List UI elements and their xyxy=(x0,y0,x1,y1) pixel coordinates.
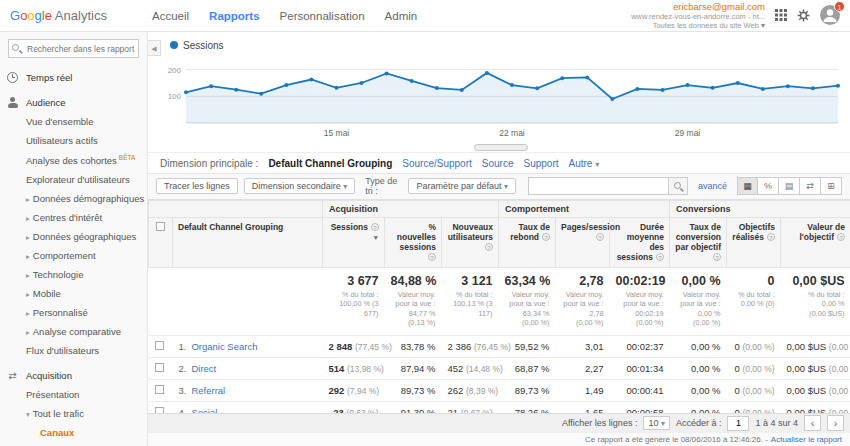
sidebar-item-analyse-des-cohortes[interactable]: Analyse des cohortesBÊTA xyxy=(0,150,147,170)
rows-per-page-select[interactable]: 10 ▾ xyxy=(643,416,670,430)
search-icon xyxy=(12,44,19,51)
nav-rapports[interactable]: Rapports xyxy=(209,10,259,22)
dimension-label: Dimension principale : xyxy=(160,158,258,169)
google-analytics-logo[interactable]: Google Analytics xyxy=(0,8,148,23)
nav-admin[interactable]: Admin xyxy=(385,10,418,22)
sidebar-item-tout-le-trafic[interactable]: ▾Tout le trafic xyxy=(0,404,147,423)
sidebar-item-flux-d-utilisateurs[interactable]: Flux d'utilisateurs xyxy=(0,341,147,360)
avatar[interactable]: 1 xyxy=(820,5,840,25)
main-nav: Accueil Rapports Personnalisation Admin xyxy=(152,10,417,22)
sidebar-item-utilisateurs-actifs[interactable]: Utilisateurs actifs xyxy=(0,131,147,150)
metric-cell: 0,00 % xyxy=(670,357,727,379)
help-icon: ? xyxy=(837,233,845,241)
table-search-button[interactable] xyxy=(668,177,688,195)
row-index: 1. xyxy=(179,341,187,352)
comparison-view-button[interactable]: ⇄ xyxy=(800,177,821,195)
column-header-new-sessions-pct[interactable]: % nouvelles sessions? xyxy=(385,217,442,267)
next-page-button[interactable]: › xyxy=(827,415,844,431)
percentage-view-button[interactable]: % xyxy=(758,177,779,195)
sidebar-item-acquisition[interactable]: ⇄Acquisition xyxy=(0,366,147,385)
sidebar-item-personnalis-[interactable]: ▸Personnalisé xyxy=(0,303,147,322)
column-header-goal-value[interactable]: Valeur de l'objectif? xyxy=(781,217,850,267)
sidebar-item-vue-d-ensemble[interactable]: Vue d'ensemble xyxy=(0,112,147,131)
nav-personnalisation[interactable]: Personnalisation xyxy=(280,10,365,22)
goto-page-input[interactable] xyxy=(727,416,749,431)
sidebar-item-analyse-comparative[interactable]: ▸Analyse comparative xyxy=(0,322,147,341)
metric-cell: 292 (7,94 %) xyxy=(323,379,385,401)
sidebar-item-canaux[interactable]: Canaux xyxy=(0,423,147,442)
sidebar: Temps réelAudienceVue d'ensembleUtilisat… xyxy=(0,32,148,446)
table-row: 4.Social23 (0,63 %)91,30 %21 (0,67 %)78,… xyxy=(149,401,850,413)
sidebar-item-label: Personnalisé xyxy=(33,307,88,318)
performance-view-button[interactable]: ▤ xyxy=(779,177,800,195)
channel-link[interactable]: Referral xyxy=(191,385,225,396)
report-footer: Ce rapport a été généré le 08/06/2016 à … xyxy=(148,433,850,446)
column-header-bounce-rate[interactable]: Taux de rebond? xyxy=(499,217,556,267)
metric-cell: 1,65 xyxy=(556,401,610,413)
timeline-scrubber[interactable] xyxy=(474,144,528,151)
refresh-report-link[interactable]: Actualiser le rapport xyxy=(771,435,842,444)
sidebar-item-explorateur-d-utilisateurs[interactable]: Explorateur d'utilisateurs xyxy=(0,170,147,189)
channel-cell: 1.Organic Search xyxy=(173,335,323,357)
sidebar-nav: Temps réelAudienceVue d'ensembleUtilisat… xyxy=(0,62,147,446)
nav-accueil[interactable]: Accueil xyxy=(152,10,189,22)
apps-grid-icon[interactable] xyxy=(775,9,787,21)
metric-cell: 00:00:41 xyxy=(610,379,670,401)
metric-cell: 1,49 xyxy=(556,379,610,401)
sidebar-item-comportement[interactable]: ▸Comportement xyxy=(0,246,147,265)
plot-rows-button[interactable]: Tracer les lignes xyxy=(156,178,238,194)
help-icon: ? xyxy=(371,223,379,231)
advanced-search-link[interactable]: avancé xyxy=(698,181,727,191)
column-header-channel[interactable]: Default Channel Grouping xyxy=(173,217,323,267)
chevron-right-icon: ▸ xyxy=(26,328,30,337)
column-header-goal-conversion-rate[interactable]: Taux de conversion par objectif? xyxy=(670,217,727,267)
sidebar-item-audience[interactable]: Audience xyxy=(0,93,147,112)
sidebar-item-centres-d-int-r-t[interactable]: ▸Centres d'intérêt xyxy=(0,208,147,227)
table-row: 2.Direct514 (13,98 %)87,94 %452 (14,48 %… xyxy=(149,357,850,379)
metric-cell: 0,00 % xyxy=(670,401,727,413)
table-search-input[interactable] xyxy=(528,177,668,195)
sidebar-item-pr-sentation[interactable]: Présentation xyxy=(0,385,147,404)
pivot-view-button[interactable]: ⊞ xyxy=(821,177,842,195)
sidebar-item-mobile[interactable]: ▸Mobile xyxy=(0,284,147,303)
select-all-checkbox[interactable] xyxy=(156,222,165,231)
sidebar-item-temps-r-el[interactable]: Temps réel xyxy=(0,68,147,87)
dimension-source[interactable]: Source xyxy=(482,158,514,169)
google-logo-text: Google xyxy=(10,8,52,23)
sidebar-search-input[interactable] xyxy=(8,39,139,58)
channel-link[interactable]: Organic Search xyxy=(191,341,257,352)
row-checkbox[interactable] xyxy=(155,385,164,394)
metric-cell: 00:01:34 xyxy=(610,357,670,379)
column-header-pages-session[interactable]: Pages/session? xyxy=(556,217,610,267)
sidebar-item-label: Centres d'intérêt xyxy=(33,212,102,223)
sidebar-item-donn-es-g-ographiques[interactable]: ▸Données géographiques xyxy=(0,227,147,246)
gear-icon[interactable] xyxy=(797,9,810,22)
summary-row: 3 677% du total : 100,00 % (3 677) 84,88… xyxy=(149,267,850,335)
row-checkbox[interactable] xyxy=(155,363,164,372)
beta-badge: BÊTA xyxy=(119,154,136,161)
metric-cell: 262 (8,39 %) xyxy=(442,379,499,401)
column-header-sessions[interactable]: Sessions?▼ xyxy=(323,217,385,267)
dimension-support[interactable]: Support xyxy=(523,158,558,169)
table-view-button[interactable]: ▦ xyxy=(737,177,758,195)
select-all-cell xyxy=(149,217,173,267)
collapse-sidebar-button[interactable]: ◀ xyxy=(148,40,161,56)
dimension-default-channel-grouping[interactable]: Default Channel Grouping xyxy=(268,158,392,169)
channel-link[interactable]: Direct xyxy=(191,363,216,374)
column-header-new-users[interactable]: Nouveaux utilisateurs? xyxy=(442,217,499,267)
row-checkbox[interactable] xyxy=(155,341,164,350)
sessions-line-chart[interactable]: 10020015 mai22 mai29 mai xyxy=(160,53,844,141)
account-selector[interactable]: ericbarse@gmail.com www.rendez-vous-en-a… xyxy=(631,1,765,31)
metric-cell: 21 (0,67 %) xyxy=(442,401,499,413)
dimension-source-support[interactable]: Source/Support xyxy=(402,158,472,169)
metric-cell: 452 (14,48 %) xyxy=(442,357,499,379)
dimension-other[interactable]: Autre ▾ xyxy=(569,158,600,169)
prev-page-button[interactable]: ‹ xyxy=(804,415,821,431)
help-icon: ? xyxy=(656,253,664,261)
column-header-goal-completions[interactable]: Objectifs réalisés? xyxy=(727,217,781,267)
sidebar-item-donn-es-d-mographiques[interactable]: ▸Données démographiques xyxy=(0,189,147,208)
sidebar-item-technologie[interactable]: ▸Technologie xyxy=(0,265,147,284)
secondary-dimension-dropdown[interactable]: Dimension secondaire ▾ xyxy=(244,178,356,194)
sort-type-dropdown[interactable]: Paramètre par défaut ▾ xyxy=(408,178,516,194)
channels-table-wrap: Acquisition Comportement Conversions Def… xyxy=(148,200,850,413)
